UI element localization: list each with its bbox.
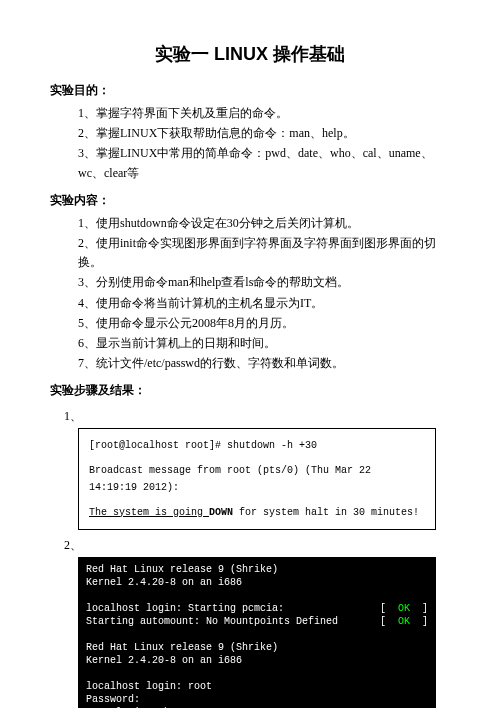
list-item: 1、使用shutdown命令设定在30分钟之后关闭计算机。	[78, 214, 450, 233]
term-line: Broadcast message from root (pts/0) (Thu…	[89, 462, 425, 496]
terminal-output-2: Red Hat Linux release 9 (Shrike) Kernel …	[78, 557, 436, 708]
step1-num: 1、	[50, 407, 450, 426]
term-line: The system is going DOWN for system halt…	[89, 504, 425, 521]
steps-heading: 实验步骤及结果：	[50, 381, 450, 400]
list-item: 2、掌握LINUX下获取帮助信息的命令：man、help。	[78, 124, 450, 143]
content-heading: 实验内容：	[50, 191, 450, 210]
purpose-heading: 实验目的：	[50, 81, 450, 100]
list-item: 3、掌握LINUX中常用的简单命令：pwd、date、who、cal、uname…	[78, 144, 450, 182]
list-item: 5、使用命令显示公元2008年8月的月历。	[78, 314, 450, 333]
list-item: 3、分别使用命令man和help查看ls命令的帮助文档。	[78, 273, 450, 292]
purpose-list: 1、掌握字符界面下关机及重启的命令。 2、掌握LINUX下获取帮助信息的命令：m…	[50, 104, 450, 183]
list-item: 6、显示当前计算机上的日期和时间。	[78, 334, 450, 353]
terminal-output-1: [root@localhost root]# shutdown -h +30 B…	[78, 428, 436, 530]
list-item: 7、统计文件/etc/passwd的行数、字符数和单词数。	[78, 354, 450, 373]
page-title: 实验一 LINUX 操作基础	[50, 40, 450, 69]
list-item: 2、使用init命令实现图形界面到字符界面及字符界面到图形界面的切换。	[78, 234, 450, 272]
term-line: [root@localhost root]# shutdown -h +30	[89, 437, 425, 454]
content-list: 1、使用shutdown命令设定在30分钟之后关闭计算机。 2、使用init命令…	[50, 214, 450, 374]
list-item: 4、使用命令将当前计算机的主机名显示为IT。	[78, 294, 450, 313]
step2-num: 2、	[50, 536, 450, 555]
list-item: 1、掌握字符界面下关机及重启的命令。	[78, 104, 450, 123]
